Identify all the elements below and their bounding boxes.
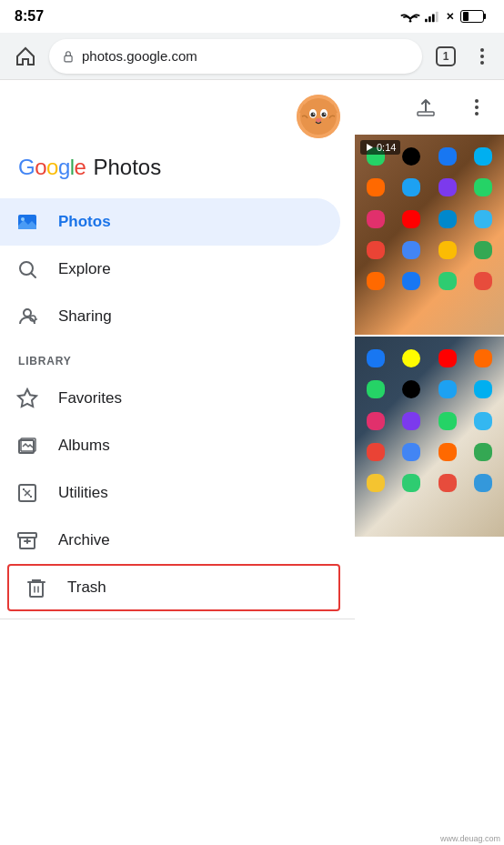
wifi-icon [400, 10, 420, 23]
nav-label-sharing: Sharing [58, 307, 112, 326]
photo-thumb-2[interactable] [355, 337, 504, 537]
svg-point-22 [24, 309, 31, 317]
nav-item-archive[interactable]: Archive [0, 517, 340, 564]
svg-rect-1 [425, 19, 428, 23]
svg-rect-2 [428, 16, 431, 22]
nav-label-utilities: Utilities [58, 484, 108, 502]
drawer: Google Photos Photos Exp [0, 80, 355, 845]
library-section-header: LIBRARY [0, 340, 355, 375]
star-icon [15, 386, 40, 411]
screenshot-overlay-2 [355, 337, 504, 537]
svg-point-15 [313, 113, 315, 115]
nav-item-photos[interactable]: Photos [0, 198, 340, 246]
photo-thumb-1[interactable]: 0:14 [355, 135, 504, 335]
nav-label-trash: Trash [67, 578, 106, 597]
panel-header [355, 80, 504, 135]
address-bar[interactable]: photos.google.com [49, 39, 422, 74]
status-bar: 8:57 ✕ [0, 0, 504, 33]
svg-rect-28 [30, 582, 43, 597]
svg-point-16 [324, 113, 326, 115]
nav-item-favorites[interactable]: Favorites [0, 375, 340, 422]
x-signal-icon: ✕ [444, 10, 457, 23]
svg-rect-4 [436, 12, 438, 22]
upload-icon [415, 96, 437, 118]
svg-marker-30 [367, 144, 373, 151]
browser-chrome: photos.google.com 1 [0, 33, 504, 80]
photos-panel: 0:14 [355, 80, 504, 845]
watermark: www.deuag.com [440, 834, 500, 843]
svg-point-0 [409, 20, 412, 23]
avatar-image [297, 95, 340, 138]
home-button[interactable] [9, 40, 42, 73]
panel-more-button[interactable] [460, 91, 493, 124]
avatar[interactable] [297, 95, 340, 138]
trash-icon [24, 575, 49, 600]
svg-point-13 [311, 113, 316, 117]
signal-icon [424, 10, 440, 23]
svg-point-20 [21, 217, 25, 221]
tab-count: 1 [436, 46, 456, 66]
app-logo: Google Photos [0, 147, 355, 198]
upload-button[interactable] [409, 91, 442, 124]
play-icon [365, 143, 374, 152]
svg-point-14 [322, 113, 327, 117]
divider [0, 619, 355, 619]
svg-rect-6 [65, 55, 72, 61]
svg-rect-27 [18, 533, 36, 538]
main-layout: Google Photos Photos Exp [0, 80, 504, 845]
nav-label-favorites: Favorites [58, 389, 122, 407]
drawer-header [0, 80, 355, 147]
archive-icon [15, 528, 40, 553]
nav-item-sharing[interactable]: Sharing [0, 293, 340, 340]
battery-icon [460, 10, 486, 23]
svg-text:✕: ✕ [446, 11, 454, 22]
screenshot-overlay-1 [355, 135, 504, 335]
nav-label-photos: Photos [58, 213, 111, 231]
video-badge-1: 0:14 [360, 140, 400, 155]
browser-more-button[interactable] [469, 40, 495, 73]
photos-logo-text: Photos [93, 155, 161, 180]
nav-label-albums: Albums [58, 437, 110, 455]
explore-icon [15, 257, 40, 282]
nav-item-explore[interactable]: Explore [0, 246, 340, 293]
three-dots-icon [480, 48, 484, 65]
nav-item-albums[interactable]: Albums [0, 422, 340, 469]
albums-icon [15, 433, 40, 458]
svg-rect-29 [418, 112, 434, 116]
tab-button[interactable]: 1 [429, 40, 462, 73]
svg-rect-3 [432, 14, 435, 22]
panel-more-icon [475, 99, 479, 116]
sharing-icon [15, 304, 40, 329]
home-icon [15, 45, 36, 67]
nav-label-archive: Archive [58, 531, 110, 549]
svg-point-17 [316, 118, 321, 122]
lock-icon [62, 50, 75, 63]
photos-icon [15, 209, 40, 235]
utilities-icon [15, 480, 40, 506]
status-time: 8:57 [15, 8, 44, 25]
nav-item-trash[interactable]: Trash [7, 564, 340, 611]
nav-label-explore: Explore [58, 260, 111, 278]
nav-item-utilities[interactable]: Utilities [0, 469, 340, 517]
status-icons: ✕ [400, 10, 486, 23]
google-logo-text: Google [18, 155, 86, 180]
url-text: photos.google.com [82, 48, 409, 64]
